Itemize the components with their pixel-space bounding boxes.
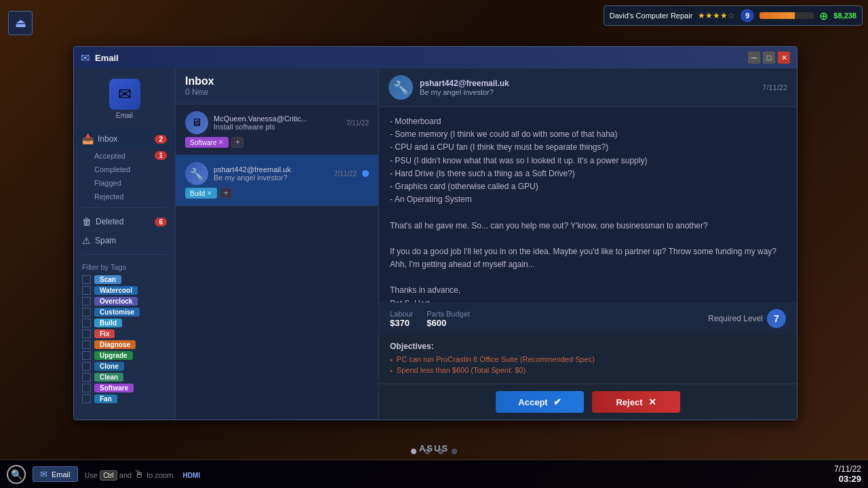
scroll-icon: 🖱 <box>134 468 144 480</box>
email-sidebar: ✉ Email 📥 Inbox 2 Accepted 1 Completed F… <box>74 68 176 420</box>
detail-avatar: 🔧 <box>389 75 413 100</box>
sidebar-nav: 📥 Inbox 2 Accepted 1 Completed Flagged R… <box>74 129 175 250</box>
detail-meta: pshart442@freemail.uk Be my angel invest… <box>420 79 755 96</box>
tag-upgrade[interactable]: Upgrade <box>82 351 167 360</box>
tag-clean-label: Clean <box>94 373 123 382</box>
sidebar-item-deleted[interactable]: 🗑 Deleted 6 <box>74 212 175 231</box>
objectives-section: Objectives: • PC can run ProCrastin 8 Of… <box>379 335 797 384</box>
tag-clean[interactable]: Clean <box>82 373 167 382</box>
email-item-1[interactable]: 🖥 McQueen.Vanessa@Critic... Install soft… <box>176 104 378 155</box>
parts-value: $600 <box>427 318 470 328</box>
obj-text-1: PC can run ProCrastin 8 Office Suite (Re… <box>397 355 595 363</box>
plus-icon: ⊕ <box>819 9 828 22</box>
tag-customise-checkbox[interactable] <box>82 308 91 317</box>
tag-scan[interactable]: Scan <box>82 275 167 284</box>
sidebar-item-completed[interactable]: Completed <box>74 163 175 176</box>
sidebar-item-rejected[interactable]: Rejected <box>74 190 175 203</box>
detail-header: 🔧 pshart442@freemail.uk Be my angel inve… <box>379 68 797 107</box>
add-tag-button-2[interactable]: + <box>220 188 232 199</box>
maximize-button[interactable]: □ <box>763 52 775 64</box>
tag-clone-checkbox[interactable] <box>82 362 91 371</box>
remove-software-tag[interactable]: ✕ <box>218 139 224 146</box>
sidebar-item-inbox[interactable]: 📥 Inbox 2 <box>74 129 175 148</box>
dot-1 <box>411 449 416 454</box>
accept-button[interactable]: Accept ✔ <box>496 391 584 413</box>
asus-logo-area: ASUS <box>419 442 449 454</box>
email-1-subject: Install software pls <box>214 123 341 131</box>
parts-label: Parts Budget <box>427 310 470 318</box>
window-title: Email <box>95 53 748 63</box>
email-1-from: McQueen.Vanessa@Critic... <box>214 115 341 123</box>
reject-icon: ✕ <box>648 396 656 407</box>
email-logo-icon: ✉ <box>109 79 140 110</box>
tag-overclock-checkbox[interactable] <box>82 297 91 306</box>
tag-fix-label: Fix <box>94 329 115 338</box>
tag-fan[interactable]: Fan <box>82 394 167 403</box>
tag-overclock[interactable]: Overclock <box>82 297 167 306</box>
spam-icon: ⚠ <box>82 235 91 246</box>
search-icon[interactable]: 🔍 <box>7 465 26 484</box>
tag-upgrade-checkbox[interactable] <box>82 351 91 360</box>
close-button[interactable]: ✕ <box>778 52 790 64</box>
objective-1: • PC can run ProCrastin 8 Office Suite (… <box>390 355 786 364</box>
tag-clone[interactable]: Clone <box>82 362 167 371</box>
accepted-badge: 1 <box>155 151 167 160</box>
tag-fix[interactable]: Fix <box>82 329 167 338</box>
tag-fix-checkbox[interactable] <box>82 329 91 338</box>
objectives-title: Objectives: <box>390 342 786 351</box>
sidebar-divider-1 <box>82 207 167 208</box>
tag-diagnose-checkbox[interactable] <box>82 340 91 349</box>
tag-watercool-checkbox[interactable] <box>82 286 91 295</box>
email-2-header: 🔧 pshart442@freemail.uk Be my angel inve… <box>185 162 369 185</box>
tag-clean-checkbox[interactable] <box>82 373 91 382</box>
minimize-button[interactable]: ─ <box>748 52 760 64</box>
tag-watercool[interactable]: Watercool <box>82 286 167 295</box>
taskbar-search-area: 🔍 <box>7 465 26 484</box>
inbox-header: Inbox 0 New <box>176 68 378 104</box>
tag-software-label: Software <box>94 384 134 392</box>
tag-diagnose-label: Diagnose <box>94 340 136 349</box>
email-1-avatar: 🖥 <box>185 111 208 134</box>
labour-value: $370 <box>390 318 413 328</box>
tag-overclock-label: Overclock <box>94 297 138 306</box>
reject-label: Reject <box>616 397 642 407</box>
taskbar-email-icon: ✉ <box>40 469 47 479</box>
detail-subject: Be my angel investor? <box>420 88 755 96</box>
tag-clone-label: Clone <box>94 362 124 371</box>
sidebar-item-accepted[interactable]: Accepted 1 <box>74 148 175 163</box>
exit-button[interactable]: ⏏ <box>8 11 33 35</box>
taskbar-email-item[interactable]: ✉ Email <box>33 466 78 482</box>
asus-logo: ASUS <box>419 443 449 453</box>
email-list: 🖥 McQueen.Vanessa@Critic... Install soft… <box>176 104 378 420</box>
tag-build[interactable]: Build <box>82 319 167 327</box>
add-tag-button-1[interactable]: + <box>231 137 243 148</box>
labour-label: Labour <box>390 310 413 318</box>
sidebar-item-flagged[interactable]: Flagged <box>74 176 175 190</box>
taskbar-email-label: Email <box>52 470 71 479</box>
sidebar-logo: ✉ Email <box>74 75 175 123</box>
tag-software-checkbox[interactable] <box>82 384 91 392</box>
tag-build-checkbox[interactable] <box>82 319 91 327</box>
required-level-label: Required Level <box>708 314 763 323</box>
tag-fan-checkbox[interactable] <box>82 394 91 403</box>
sidebar-item-spam[interactable]: ⚠ Spam <box>74 231 175 250</box>
email-detail: 🔧 pshart442@freemail.uk Be my angel inve… <box>379 68 797 420</box>
deleted-icon: 🗑 <box>82 216 92 227</box>
reject-button[interactable]: Reject ✕ <box>592 391 680 413</box>
email-body: - Motherboard - Some memory (I think we … <box>379 107 797 302</box>
email-item-2[interactable]: 🔧 pshart442@freemail.uk Be my angel inve… <box>176 155 378 206</box>
tag-software[interactable]: Software <box>82 384 167 392</box>
required-level-badge: 7 <box>767 309 786 328</box>
email-content: ✉ Email 📥 Inbox 2 Accepted 1 Completed F… <box>74 68 797 420</box>
obj-text-2: Spend less than $600 (Total Spent: $0) <box>397 366 526 374</box>
detail-from: pshart442@freemail.uk <box>420 79 755 88</box>
tag-scan-checkbox[interactable] <box>82 275 91 284</box>
tag-customise[interactable]: Customise <box>82 308 167 317</box>
email-list-panel: Inbox 0 New 🖥 McQueen.Vanessa@Critic... … <box>176 68 379 420</box>
window-controls: ─ □ ✕ <box>748 52 790 64</box>
remove-build-tag[interactable]: ✕ <box>207 190 212 197</box>
email-1-header: 🖥 McQueen.Vanessa@Critic... Install soft… <box>185 111 369 134</box>
taskbar-hint: Use Ctrl and 🖱 to zoom. HDMI <box>85 468 201 481</box>
filter-section: Filter by Tags Scan Watercool Overclock <box>74 259 175 407</box>
tag-diagnose[interactable]: Diagnose <box>82 340 167 349</box>
